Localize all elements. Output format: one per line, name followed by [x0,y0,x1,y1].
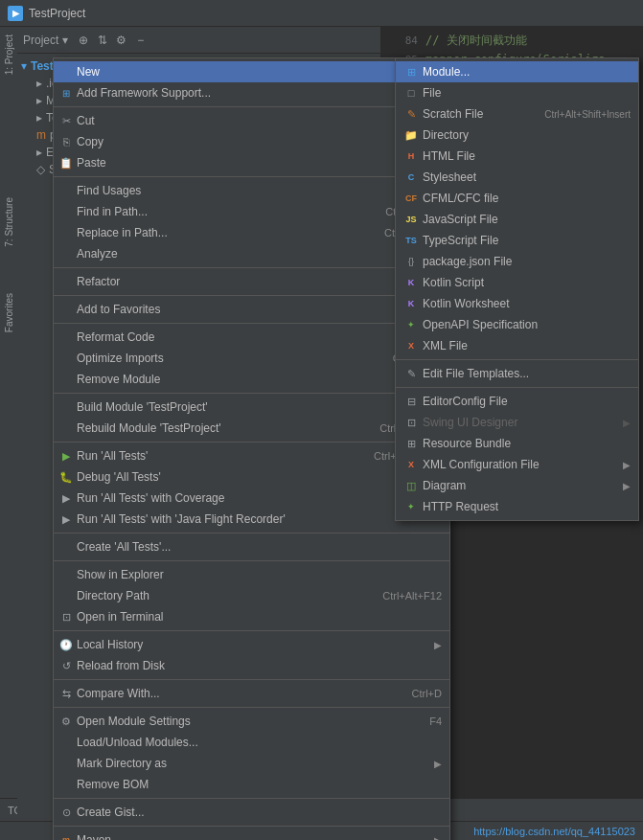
reload-icon: ↺ [57,660,75,672]
menu-item-create-tests[interactable]: Create 'All Tests'... [54,536,449,557]
submenu-item-kotlin-worksheet[interactable]: K Kotlin Worksheet [396,293,638,314]
menu-item-maven-label: Maven [77,833,111,840]
submenu-item-cfml[interactable]: CF CFML/CFC file [396,188,638,209]
dir-icon: 📁 [402,129,421,142]
menu-item-local-history[interactable]: 🕐 Local History ▶ [54,634,449,655]
separator-9 [54,560,449,561]
submenu-item-diagram[interactable]: ◫ Diagram ▶ [396,475,638,496]
toolbar-icon-2[interactable]: ⇅ [95,33,110,48]
menu-item-optimize-imports[interactable]: Optimize Imports Ctrl+Alt+O [54,348,449,369]
status-url: https://blog.csdn.net/qq_44115023 [473,826,635,837]
menu-item-copy-label: Copy [77,135,103,148]
menu-item-run-flight[interactable]: ▶ Run 'All Tests' with 'Java Flight Reco… [54,509,449,530]
diagram-arrow: ▶ [623,481,631,491]
submenu-resource-label: Resource Bundle [423,437,511,450]
submenu-item-directory[interactable]: 📁 Directory [396,125,638,146]
submenu-item-xml[interactable]: X XML File [396,335,638,356]
toolbar-icon-1[interactable]: ⊕ [76,33,91,48]
toolbar-icon-gear[interactable]: ⚙ [114,33,129,48]
menu-item-refactor[interactable]: Refactor ▶ [54,271,449,292]
menu-item-maven[interactable]: m Maven ▶ [54,829,449,840]
menu-item-find-usages[interactable]: Find Usages Alt+F7 [54,180,449,201]
toolbar-icon-minus[interactable]: − [133,33,149,48]
side-tool-3-favorites[interactable]: Favorites [2,289,16,336]
tree-item-5-icon: ▸ [36,146,42,159]
menu-item-remove-module[interactable]: Remove Module Delete [54,369,449,390]
menu-item-replace-in-path[interactable]: Replace in Path... Ctrl+Shift+R [54,222,449,243]
tree-root-icon: ▾ [21,59,27,73]
menu-item-cut[interactable]: ✂ Cut Ctrl+X [54,110,449,131]
submenu-item-http[interactable]: ✦ HTTP Request [396,496,638,517]
menu-item-add-framework[interactable]: ⊞ Add Framework Support... [54,82,449,103]
kotlin-worksheet-icon: K [402,299,421,308]
separator-12 [54,707,449,708]
menu-item-create-gist-label: Create Gist... [77,806,145,819]
menu-item-paste[interactable]: 📋 Paste Ctrl+V [54,152,449,173]
separator-11 [54,679,449,680]
menu-item-find-usages-label: Find Usages [77,184,141,197]
menu-item-mark-directory[interactable]: Mark Directory as ▶ [54,753,449,774]
line-code-84: // 关闭时间截功能 [425,33,527,49]
menu-item-module-settings[interactable]: ⚙ Open Module Settings F4 [54,711,449,732]
menu-item-copy[interactable]: ⎘ Copy [54,131,449,152]
project-label: Project ▾ [23,34,68,47]
submenu-editorconfig-label: EditorConfig File [423,395,508,408]
submenu-separator-2 [396,387,638,388]
module-file-icon: ⊞ [402,66,421,79]
submenu-item-resource-bundle[interactable]: ⊞ Resource Bundle [396,433,638,454]
menu-item-debug-tests[interactable]: 🐛 Debug 'All Tests' [54,466,449,488]
settings-icon: ⚙ [57,715,75,728]
scratch-icon: ✎ [402,108,421,121]
tree-item-2-icon: ▸ [36,94,42,107]
tree-item-6-icon: ◇ [36,163,45,176]
submenu-item-stylesheet[interactable]: C Stylesheet [396,167,638,188]
menu-item-build-module[interactable]: Build Module 'TestProject' [54,397,449,418]
submenu-item-scratch[interactable]: ✎ Scratch File Ctrl+Alt+Shift+Insert [396,103,638,125]
submenu-item-file[interactable]: □ File [396,82,638,103]
menu-item-dir-path-label: Directory Path [77,589,149,602]
submenu-stylesheet-label: Stylesheet [423,170,476,184]
diagram-icon: ◫ [402,480,421,492]
menu-item-run-label: Run 'All Tests' [77,449,148,463]
menu-item-run-tests[interactable]: ▶ Run 'All Tests' Ctrl+Shift+F10 [54,445,449,466]
submenu-item-editorconfig[interactable]: ⊟ EditorConfig File [396,391,638,412]
submenu-item-package-json[interactable]: {} package.json File [396,251,638,272]
menu-item-analyze[interactable]: Analyze ▶ [54,243,449,264]
flight-icon: ▶ [57,513,75,526]
json-icon: {} [402,257,421,266]
menu-item-create-gist[interactable]: ⊙ Create Gist... [54,802,449,823]
menu-item-show-explorer[interactable]: Show in Explorer [54,564,449,585]
kotlin-script-icon: K [402,278,421,287]
menu-item-load-modules[interactable]: Load/Unload Modules... [54,732,449,753]
paste-icon: 📋 [57,157,75,170]
menu-item-reload-disk[interactable]: ↺ Reload from Disk [54,655,449,676]
submenu-item-openapi[interactable]: ✦ OpenAPI Specification [396,314,638,335]
side-tool-1-project[interactable]: 1: Project [2,31,16,79]
separator-7 [54,442,449,443]
mark-dir-arrow: ▶ [434,759,442,769]
gist-icon: ⊙ [57,806,75,819]
menu-item-find-in-path[interactable]: Find in Path... Ctrl+Shift+F [54,201,449,222]
menu-item-remove-bom[interactable]: Remove BOM [54,774,449,795]
submenu-item-swing[interactable]: ⊡ Swing UI Designer ▶ [396,412,638,433]
menu-item-directory-path[interactable]: Directory Path Ctrl+Alt+F12 [54,585,449,606]
submenu-item-html[interactable]: H HTML File [396,146,638,167]
menu-item-reformat[interactable]: Reformat Code Ctrl+Alt+L [54,327,449,348]
side-tool-2-structure[interactable]: 7: Structure [2,193,16,251]
menu-item-local-history-label: Local History [77,638,143,651]
menu-item-run-coverage[interactable]: ▶ Run 'All Tests' with Coverage [54,488,449,509]
menu-item-new[interactable]: New ▶ [54,61,449,82]
menu-item-compare-label: Compare With... [77,687,160,700]
submenu-item-ts[interactable]: TS TypeScript File [396,230,638,251]
menu-item-add-favorites-label: Add to Favorites [77,303,160,316]
submenu-item-edit-templates[interactable]: ✎ Edit File Templates... [396,363,638,384]
submenu-item-kotlin-script[interactable]: K Kotlin Script [396,272,638,293]
menu-item-rebuild-module[interactable]: Rebuild Module 'TestProject' Ctrl+Shift+… [54,418,449,439]
debug-icon: 🐛 [57,471,75,484]
submenu-item-js[interactable]: JS JavaScript File [396,209,638,230]
submenu-item-module[interactable]: ⊞ Module... [396,61,638,82]
submenu-item-xml-conf[interactable]: X XML Configuration File ▶ [396,454,638,475]
menu-item-compare-with[interactable]: ⇆ Compare With... Ctrl+D [54,683,449,704]
menu-item-add-favorites[interactable]: Add to Favorites ▶ [54,299,449,320]
menu-item-open-terminal[interactable]: ⊡ Open in Terminal [54,606,449,627]
